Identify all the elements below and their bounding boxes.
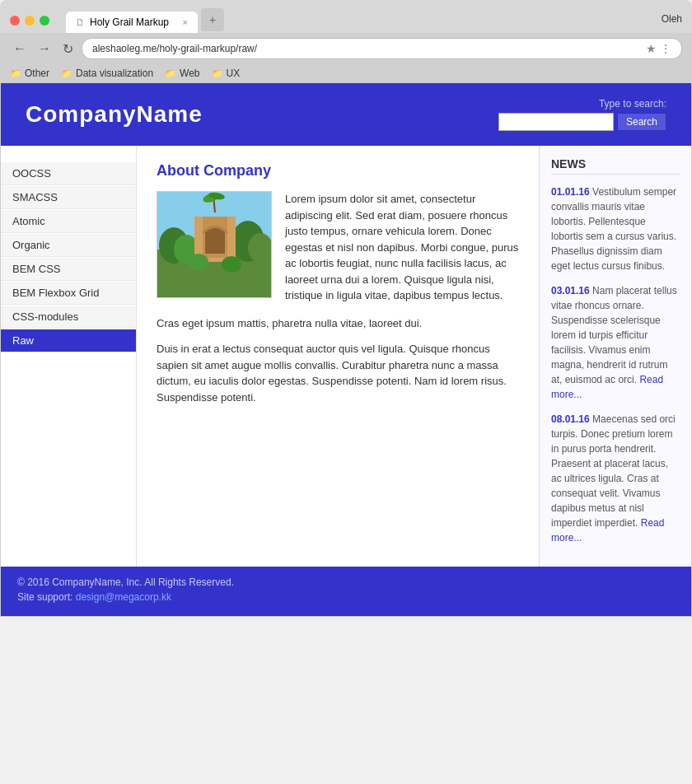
active-tab[interactable]: 🗋 Holy Grail Markup × [66,12,198,33]
svg-point-5 [248,233,272,263]
bookmark-other[interactable]: 📁 Other [10,68,49,79]
news-date-2: 03.01.16 [551,285,590,296]
news-text-1: Vestibulum semper convallis mauris vitae… [551,186,676,272]
address-bar[interactable]: aleshaoleg.me/holy-grail-markup/raw/ ★ ⋮ [82,38,682,59]
sidebar-item-atomic[interactable]: Atomic [1,210,136,233]
site-logo: CompanyName [26,101,203,128]
search-button[interactable]: Search [617,113,666,131]
folder-icon: 📁 [212,68,223,79]
traffic-lights [10,16,49,26]
footer-support-label: Site support: [17,591,72,603]
tab-page-icon: 🗋 [76,17,85,27]
content-with-image: Lorem ipsum dolor sit amet, consectetur … [157,191,519,304]
sidebar-item-oocss[interactable]: OOCSS [1,162,136,185]
bookmarks-bar: 📁 Other 📁 Data visualization 📁 Web 📁 UX [0,64,692,82]
news-item-3: 08.01.16 Maecenas sed orci turpis. Donec… [551,412,680,545]
article-image [157,191,272,298]
forward-button[interactable]: → [35,40,54,58]
news-text-3: Maecenas sed orci turpis. Donec pretium … [551,413,676,529]
content-paragraph-2: Cras eget ipsum mattis, pharetra nulla v… [157,315,519,332]
bookmark-label: Other [25,68,49,79]
news-sidebar: NEWS 01.01.16 Vestibulum semper convalli… [539,146,691,567]
news-title: NEWS [551,157,680,175]
new-tab-button[interactable]: + [201,8,224,31]
bookmark-star-icon[interactable]: ★ [646,42,657,55]
folder-icon: 📁 [61,68,72,79]
browser-chrome: 🗋 Holy Grail Markup × + Oleh ← → ↻ alesh… [0,0,692,82]
tab-close-button[interactable]: × [183,17,188,27]
title-bar: 🗋 Holy Grail Markup × + Oleh [0,0,692,33]
footer-support: Site support: design@megacorp.kk [17,591,675,603]
site-main: OOCSS SMACSS Atomic Organic BEM CSS BEM … [1,146,691,567]
sidebar-item-bem-flexbox[interactable]: BEM Flexbox Grid [1,282,136,305]
nav-bar: ← → ↻ aleshaoleg.me/holy-grail-markup/ra… [0,33,692,64]
bookmark-label: Data visualization [76,68,153,79]
bookmark-label: Web [180,68,199,79]
content-title: About Company [157,162,519,180]
search-area: Type to search: Search [498,98,666,131]
content-paragraph-1: Lorem ipsum dolor sit amet, consectetur … [285,191,519,304]
folder-icon: 📁 [10,68,21,79]
sidebar-item-bem-css[interactable]: BEM CSS [1,258,136,281]
sidebar: OOCSS SMACSS Atomic Organic BEM CSS BEM … [1,146,137,567]
tab-bar: 🗋 Holy Grail Markup × + [66,8,655,33]
bookmark-label: UX [227,68,241,79]
close-button[interactable] [10,16,20,26]
news-text-2: Nam placerat tellus vitae rhoncus ornare… [551,285,677,385]
tab-title: Holy Grail Markup [90,16,169,28]
site-footer: © 2016 CompanyName, Inc. All Rights Rese… [1,567,691,616]
search-label: Type to search: [599,98,666,110]
search-row: Search [498,113,666,131]
svg-point-12 [222,256,241,273]
browser-menu-icon[interactable]: ⋮ [660,42,671,55]
news-item-2: 03.01.16 Nam placerat tellus vitae rhonc… [551,283,680,402]
sidebar-item-css-modules[interactable]: CSS-modules [1,306,136,329]
website: CompanyName Type to search: Search OOCSS… [0,82,692,617]
sidebar-item-smacss[interactable]: SMACSS [1,186,136,209]
news-date-3: 08.01.16 [551,413,590,425]
user-name: Oleh [662,13,682,28]
footer-support-email[interactable]: design@megacorp.kk [76,591,171,603]
sidebar-item-raw[interactable]: Raw [1,329,136,352]
minimize-button[interactable] [25,16,35,26]
reload-button[interactable]: ↻ [59,40,77,58]
url-text: aleshaoleg.me/holy-grail-markup/raw/ [92,43,639,54]
folder-icon: 📁 [165,68,176,79]
sidebar-item-organic[interactable]: Organic [1,234,136,257]
svg-point-11 [189,254,208,270]
news-date-1: 01.01.16 [551,186,590,198]
news-item-1: 01.01.16 Vestibulum semper convallis mau… [551,184,680,273]
content-paragraph-3: Duis in erat a lectus consequat auctor q… [157,341,519,405]
bookmark-ux[interactable]: 📁 UX [212,68,241,79]
site-header: CompanyName Type to search: Search [1,83,691,146]
search-input[interactable] [498,113,614,131]
bookmark-web[interactable]: 📁 Web [165,68,199,79]
footer-copyright: © 2016 CompanyName, Inc. All Rights Rese… [17,576,675,588]
maximize-button[interactable] [40,16,49,26]
content-area: About Company [137,146,539,567]
back-button[interactable]: ← [10,40,30,58]
bookmark-data-viz[interactable]: 📁 Data visualization [61,68,153,79]
